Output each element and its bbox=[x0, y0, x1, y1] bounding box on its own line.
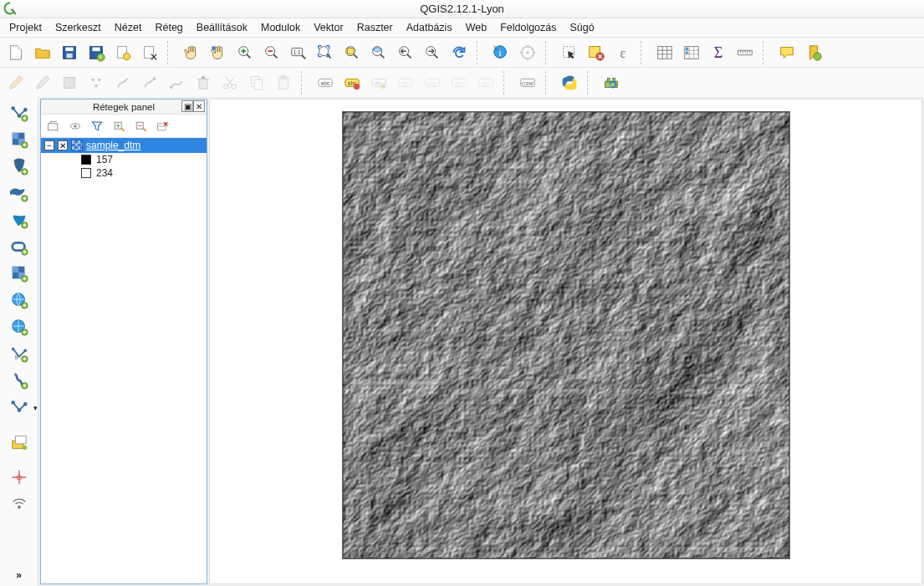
identify-button[interactable]: i bbox=[488, 40, 513, 65]
csw-client-button[interactable]: CSW bbox=[515, 70, 540, 95]
filter-legend-button[interactable] bbox=[88, 117, 106, 135]
zoom-to-layer-button[interactable] bbox=[366, 40, 391, 65]
toolbar-overflow-icon[interactable]: » bbox=[16, 569, 22, 581]
plugin-reloader-button[interactable] bbox=[599, 70, 624, 95]
delete-selected-button[interactable] bbox=[191, 70, 216, 95]
menu-projekt[interactable]: Projekt bbox=[3, 20, 48, 35]
composer-manager-button[interactable] bbox=[137, 40, 162, 65]
menu-web[interactable]: Web bbox=[460, 20, 493, 35]
paste-button[interactable] bbox=[271, 70, 296, 95]
qgis-logo-icon bbox=[3, 2, 17, 15]
label-highlight-button[interactable]: abc bbox=[366, 70, 391, 95]
layer-row-sample-dtm[interactable]: − ✕ sample_dtm bbox=[41, 138, 207, 153]
expand-all-button[interactable] bbox=[110, 117, 128, 135]
add-virtual-layer-button[interactable] bbox=[7, 368, 32, 393]
reshape-button[interactable] bbox=[164, 70, 189, 95]
select-features-button[interactable] bbox=[557, 40, 582, 65]
svg-point-89 bbox=[11, 400, 15, 405]
field-calculator-button[interactable] bbox=[679, 40, 704, 65]
layer-expander-icon[interactable]: − bbox=[44, 140, 54, 150]
map-canvas[interactable] bbox=[342, 111, 790, 559]
menu-raszter[interactable]: Raszter bbox=[351, 20, 399, 35]
zoom-last-button[interactable] bbox=[393, 40, 418, 65]
save-as-button[interactable]: + bbox=[84, 40, 109, 65]
add-vector-layer-button[interactable] bbox=[7, 100, 32, 125]
collapse-all-button[interactable] bbox=[131, 117, 150, 135]
menu-vektor[interactable]: Vektor bbox=[308, 20, 349, 35]
new-print-composer-button[interactable] bbox=[110, 40, 135, 65]
pan-button[interactable] bbox=[179, 40, 204, 65]
add-delimited-text-layer-button[interactable]: 9 bbox=[7, 341, 32, 366]
edit-pencil-button[interactable] bbox=[3, 70, 28, 95]
menu-beallitasok[interactable]: Beállítások bbox=[191, 20, 253, 35]
menu-modulok[interactable]: Modulok bbox=[255, 20, 306, 35]
expression-select-button[interactable]: ε bbox=[610, 40, 636, 65]
svg-point-38 bbox=[94, 84, 98, 87]
save-project-button[interactable] bbox=[57, 40, 82, 65]
label-showhide-button[interactable]: abc bbox=[420, 70, 445, 95]
add-group-button[interactable] bbox=[44, 117, 63, 135]
remove-layer-button[interactable] bbox=[153, 117, 171, 135]
zoom-full-button[interactable] bbox=[313, 40, 338, 65]
add-wms-layer-button[interactable] bbox=[7, 261, 32, 286]
refresh-button[interactable] bbox=[447, 40, 472, 65]
menu-nezet[interactable]: Nézet bbox=[109, 20, 148, 35]
label-layer-button[interactable]: abc bbox=[313, 70, 338, 95]
add-wfs-layer-button[interactable] bbox=[7, 314, 32, 339]
svg-point-94 bbox=[22, 446, 26, 451]
gps-information-button[interactable] bbox=[7, 492, 32, 517]
current-edits-button[interactable] bbox=[30, 70, 55, 95]
toolbar-secondary: abc abc abc abc abc abc abc CSW bbox=[0, 67, 924, 97]
open-project-button[interactable] bbox=[30, 40, 55, 65]
panel-undock-button[interactable]: ▣ bbox=[181, 100, 193, 112]
label-move-button[interactable]: abc bbox=[447, 70, 472, 95]
svg-point-90 bbox=[17, 408, 21, 412]
panel-close-button[interactable]: ✕ bbox=[193, 100, 205, 112]
add-oracle-layer-button[interactable] bbox=[7, 234, 32, 259]
zoom-to-selection-button[interactable] bbox=[339, 40, 365, 65]
add-feature-button[interactable] bbox=[84, 70, 109, 95]
manage-visibility-button[interactable] bbox=[66, 117, 84, 135]
menu-adatbazis[interactable]: Adatbázis bbox=[401, 20, 458, 35]
pan-to-selection-button[interactable] bbox=[206, 40, 231, 65]
statistics-button[interactable]: Σ bbox=[706, 40, 731, 65]
zoom-in-button[interactable] bbox=[232, 40, 258, 65]
new-shapefile-button[interactable]: ▾ bbox=[7, 395, 32, 420]
add-postgis-layer-button[interactable] bbox=[7, 154, 32, 179]
svg-point-69 bbox=[23, 108, 28, 112]
zoom-native-button[interactable]: 1:1 bbox=[286, 40, 311, 65]
node-tool-button[interactable] bbox=[137, 70, 162, 95]
run-feature-action-button[interactable] bbox=[515, 40, 540, 65]
select-by-expression-button[interactable] bbox=[584, 40, 609, 65]
python-console-button[interactable] bbox=[557, 70, 582, 95]
add-wcs-layer-button[interactable] bbox=[7, 288, 32, 313]
svg-point-34 bbox=[814, 53, 821, 60]
label-rotate-button[interactable]: abc bbox=[473, 70, 498, 95]
add-mssql-layer-button[interactable] bbox=[7, 207, 32, 232]
save-edits-button[interactable] bbox=[57, 70, 82, 95]
svg-rect-97 bbox=[48, 123, 58, 130]
coordinate-capture-button[interactable] bbox=[7, 465, 32, 490]
layer-visibility-checkbox[interactable]: ✕ bbox=[58, 140, 68, 150]
menu-feldolgozas[interactable]: Feldolgozás bbox=[494, 20, 562, 35]
menu-szerkeszt[interactable]: Szerkeszt bbox=[49, 20, 107, 35]
menu-reteg[interactable]: Réteg bbox=[149, 20, 188, 35]
add-raster-layer-button[interactable] bbox=[7, 127, 32, 152]
menu-sugo[interactable]: Súgó bbox=[564, 20, 600, 35]
open-attribute-table-button[interactable] bbox=[652, 40, 677, 65]
copy-button[interactable] bbox=[244, 70, 269, 95]
label-pin-button[interactable]: abc bbox=[393, 70, 418, 95]
label-options-button[interactable]: abc bbox=[339, 70, 365, 95]
add-spatialite-layer-button[interactable] bbox=[7, 181, 32, 206]
georeferencer-button[interactable] bbox=[7, 430, 32, 455]
new-project-button[interactable] bbox=[3, 40, 28, 65]
map-tips-button[interactable] bbox=[774, 40, 799, 65]
zoom-next-button[interactable] bbox=[420, 40, 445, 65]
cut-button[interactable] bbox=[217, 70, 242, 95]
move-feature-button[interactable] bbox=[110, 70, 135, 95]
measure-button[interactable] bbox=[733, 40, 758, 65]
zoom-out-button[interactable] bbox=[259, 40, 284, 65]
layer-tree[interactable]: − ✕ sample_dtm 157 234 bbox=[41, 138, 207, 583]
new-bookmark-button[interactable] bbox=[801, 40, 826, 65]
svg-rect-1 bbox=[65, 47, 73, 51]
